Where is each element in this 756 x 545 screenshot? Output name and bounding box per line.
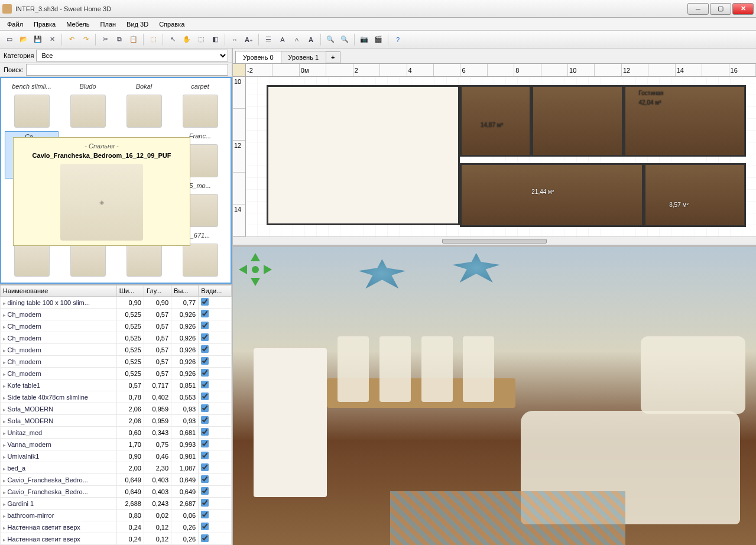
3d-view[interactable] — [233, 247, 756, 545]
text-icon[interactable]: A₊ — [243, 34, 255, 46]
table-row[interactable]: Ch_modern0,5250,570,926 — [1, 356, 232, 368]
zoom-in-icon[interactable]: 🔍 — [325, 34, 336, 46]
font-smaller-icon[interactable]: A — [291, 34, 303, 46]
table-row[interactable]: Ch_modern0,5250,570,926 — [1, 320, 232, 332]
visible-checkbox[interactable] — [201, 452, 209, 459]
paste-icon[interactable]: 📋 — [128, 34, 139, 46]
table-row[interactable]: Unitaz_med0,600,3430,681 — [1, 427, 232, 439]
visible-checkbox[interactable] — [201, 369, 209, 377]
create-walls-icon[interactable]: ⬚ — [195, 34, 207, 46]
visible-checkbox[interactable] — [201, 440, 209, 447]
visible-checkbox[interactable] — [201, 499, 209, 507]
column-header[interactable]: Види... — [199, 286, 232, 297]
visible-checkbox[interactable] — [201, 523, 209, 530]
italic-icon[interactable]: A — [277, 34, 288, 46]
menu-Мебель[interactable]: Мебель — [61, 20, 94, 29]
search-input[interactable] — [26, 64, 228, 76]
catalog-item[interactable]: Bokal — [117, 82, 171, 129]
add-level-button[interactable]: + — [326, 51, 340, 63]
table-row[interactable]: Настенная светит вверх0,240,120,26 — [1, 533, 232, 545]
plan-scrollbar[interactable] — [233, 236, 756, 245]
table-row[interactable]: Kofe table10,570,7170,851 — [1, 379, 232, 391]
table-row[interactable]: Vanna_modern1,700,750,993 — [1, 439, 232, 450]
font-bigger-icon[interactable]: A — [305, 34, 317, 46]
create-room-icon[interactable]: ◧ — [209, 34, 221, 46]
visible-checkbox[interactable] — [201, 404, 209, 412]
table-row[interactable]: Cavio_Francheska_Bedro...0,6490,4030,649 — [1, 486, 232, 498]
help-icon[interactable]: ? — [392, 34, 404, 46]
visible-checkbox[interactable] — [201, 345, 209, 353]
column-header[interactable]: Наименование — [1, 286, 117, 297]
table-row[interactable]: Side table 40x78cm slimline0,780,4020,55… — [1, 391, 232, 403]
save-icon[interactable]: 💾 — [32, 34, 44, 46]
floor-plan[interactable]: -20м246810121416 101214 14,87 м² Гостина… — [233, 64, 756, 247]
menu-Справка[interactable]: Справка — [154, 20, 189, 29]
plan-canvas[interactable]: 14,87 м² Гостиная 42,04 м² 21,44 м² 8,57… — [246, 77, 756, 236]
zoom-out-icon[interactable]: 🔍 — [339, 34, 351, 46]
dimension-icon[interactable]: ↔ — [229, 34, 241, 46]
nav-center-icon[interactable] — [252, 266, 259, 273]
table-row[interactable]: Gardini 12,6880,2432,687 — [1, 498, 232, 510]
minimize-button[interactable]: ─ — [687, 3, 709, 15]
visible-checkbox[interactable] — [201, 428, 209, 436]
catalog-item[interactable]: bench slimli... — [5, 82, 59, 129]
table-row[interactable]: Cavio_Francheska_Bedro...0,6490,4030,649 — [1, 474, 232, 486]
table-row[interactable]: Ch_modern0,5250,570,926 — [1, 344, 232, 356]
tab-level-1[interactable]: Уровень 1 — [281, 51, 327, 63]
catalog-item[interactable]: Bludo — [61, 82, 115, 129]
visible-checkbox[interactable] — [201, 310, 209, 317]
visible-checkbox[interactable] — [201, 322, 209, 329]
tab-level-0[interactable]: Уровень 0 — [235, 51, 281, 63]
pan-icon[interactable]: ✋ — [181, 34, 193, 46]
table-row[interactable]: Ch_modern0,5250,570,926 — [1, 332, 232, 344]
select-icon[interactable]: ↖ — [167, 34, 179, 46]
maximize-button[interactable]: ▢ — [710, 3, 731, 15]
new-icon[interactable]: ▭ — [4, 34, 15, 46]
table-row[interactable]: Настенная светит вверх0,240,120,26 — [1, 521, 232, 533]
menu-Вид 3D[interactable]: Вид 3D — [122, 20, 153, 29]
settings-icon[interactable]: ✕ — [46, 34, 58, 46]
close-button[interactable]: ✕ — [732, 3, 754, 15]
visible-checkbox[interactable] — [201, 416, 209, 424]
visible-checkbox[interactable] — [201, 534, 209, 542]
table-row[interactable]: Sofa_MODERN2,060,9590,93 — [1, 403, 232, 415]
open-icon[interactable]: 📂 — [18, 34, 30, 46]
video-icon[interactable]: 🎬 — [372, 34, 384, 46]
visible-checkbox[interactable] — [201, 392, 209, 400]
nav-right-icon[interactable] — [264, 265, 272, 274]
table-row[interactable]: Ch_modern0,5250,570,926 — [1, 368, 232, 379]
visible-checkbox[interactable] — [201, 463, 209, 471]
nav-left-icon[interactable] — [239, 265, 247, 274]
bold-icon[interactable]: ☰ — [262, 34, 274, 46]
column-header[interactable]: Ши... — [116, 286, 144, 297]
nav-up-icon[interactable] — [251, 253, 260, 261]
visible-checkbox[interactable] — [201, 511, 209, 518]
column-header[interactable]: Вы... — [171, 286, 199, 297]
menu-Файл[interactable]: Файл — [2, 20, 28, 29]
table-row[interactable]: Ch_modern0,5250,570,926 — [1, 309, 232, 320]
table-row[interactable]: dining table 100 x 100 slim...0,900,900,… — [1, 297, 232, 309]
visible-checkbox[interactable] — [201, 357, 209, 365]
furniture-catalog[interactable]: bench slimli...BludoBokalcarpetCa...Fran… — [0, 77, 232, 284]
cut-icon[interactable]: ✂ — [99, 34, 111, 46]
column-header[interactable]: Глу... — [144, 286, 171, 297]
visible-checkbox[interactable] — [201, 381, 209, 388]
menu-План[interactable]: План — [96, 20, 121, 29]
furniture-list[interactable]: НаименованиеШи...Глу...Вы...Види... dini… — [0, 284, 232, 545]
menu-Правка[interactable]: Правка — [29, 20, 60, 29]
redo-icon[interactable]: ↷ — [80, 34, 92, 46]
table-row[interactable]: bed_a2,002,301,087 — [1, 462, 232, 474]
catalog-item[interactable]: carpet — [173, 82, 227, 129]
table-row[interactable]: Umivalnik10,900,460,981 — [1, 450, 232, 462]
undo-icon[interactable]: ↶ — [66, 34, 77, 46]
visible-checkbox[interactable] — [201, 487, 209, 495]
copy-icon[interactable]: ⧉ — [113, 34, 125, 46]
photo-icon[interactable]: 📷 — [358, 34, 370, 46]
visible-checkbox[interactable] — [201, 475, 209, 483]
visible-checkbox[interactable] — [201, 298, 209, 306]
table-row[interactable]: bathroom-mirror0,800,020,06 — [1, 510, 232, 521]
nav-down-icon[interactable] — [251, 278, 260, 286]
table-row[interactable]: Sofa_MODERN2,060,9590,93 — [1, 415, 232, 427]
visible-checkbox[interactable] — [201, 333, 209, 341]
category-select[interactable]: Все — [36, 50, 228, 61]
